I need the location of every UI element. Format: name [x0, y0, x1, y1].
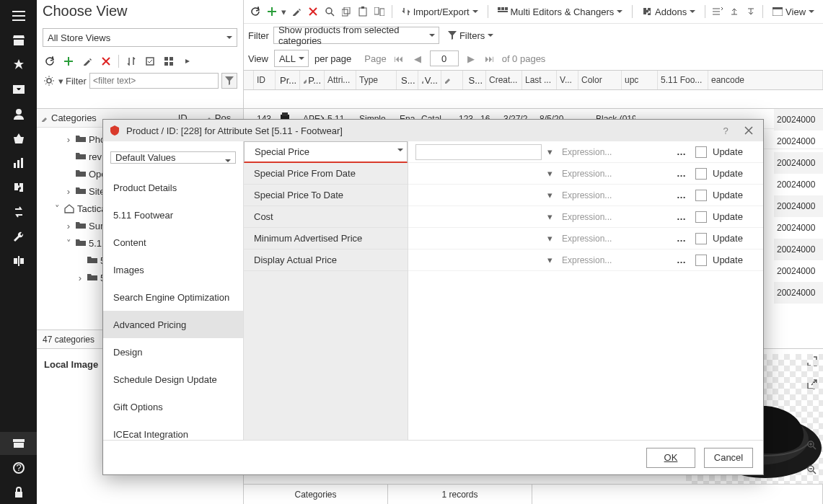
- refresh-icon[interactable]: [41, 53, 58, 70]
- value-dropdown-icon[interactable]: ▾: [547, 190, 556, 200]
- apply-checkbox[interactable]: [695, 190, 707, 201]
- copy-icon[interactable]: [340, 3, 353, 20]
- cancel-button[interactable]: Cancel: [704, 448, 753, 468]
- star-icon[interactable]: [0, 53, 37, 76]
- basket-icon[interactable]: [0, 127, 37, 150]
- attribute-item[interactable]: Display Actual Price: [244, 249, 408, 271]
- prev-page-icon[interactable]: ◀: [411, 52, 424, 65]
- update-link[interactable]: Update: [713, 233, 756, 244]
- user-icon[interactable]: [0, 102, 37, 125]
- apply-checkbox[interactable]: [695, 255, 707, 266]
- value-dropdown-icon[interactable]: ▾: [547, 168, 556, 179]
- zoom-out-icon[interactable]: [803, 461, 820, 478]
- value-dropdown-icon[interactable]: ▾: [547, 146, 556, 157]
- dialog-nav-item[interactable]: Content: [103, 229, 243, 256]
- dialog-nav-item[interactable]: Gift Options: [103, 393, 243, 420]
- dialog-nav-item[interactable]: Schedule Design Update: [103, 366, 243, 393]
- next-page-icon[interactable]: ▶: [465, 52, 477, 65]
- zoom-in-icon[interactable]: [803, 436, 820, 454]
- dialog-nav-item[interactable]: Search Engine Optimization: [103, 283, 243, 311]
- addons-btn[interactable]: Addons: [638, 3, 700, 20]
- attribute-item[interactable]: Special Price From Date: [244, 163, 408, 185]
- menu-icon[interactable]: [0, 4, 37, 27]
- col-id[interactable]: ID: [254, 71, 276, 89]
- wrench-icon[interactable]: [0, 225, 37, 248]
- transfer-icon[interactable]: [0, 200, 37, 224]
- funnel-icon[interactable]: [221, 73, 237, 89]
- more-icon[interactable]: …: [674, 211, 690, 222]
- dialog-nav-item[interactable]: Design: [103, 338, 243, 366]
- update-link[interactable]: Update: [713, 190, 756, 200]
- attribute-item[interactable]: Cost: [244, 206, 408, 228]
- update-link[interactable]: Update: [713, 211, 756, 222]
- value-input[interactable]: [415, 144, 542, 160]
- default-values-select[interactable]: Default Values: [110, 151, 236, 164]
- first-page-icon[interactable]: ⏮: [392, 52, 405, 65]
- ok-button[interactable]: OK: [646, 448, 695, 468]
- filter-input[interactable]: [89, 73, 219, 89]
- tool2-icon[interactable]: [727, 3, 741, 20]
- inbox-icon[interactable]: [0, 78, 37, 101]
- delete-icon[interactable]: [97, 53, 115, 70]
- store-icon[interactable]: [0, 29, 37, 52]
- page-number-input[interactable]: [430, 50, 459, 66]
- apply-checkbox[interactable]: [695, 168, 707, 180]
- more-icon[interactable]: …: [674, 190, 690, 200]
- view-all-select[interactable]: ALL: [274, 50, 309, 67]
- more-icon[interactable]: …: [674, 168, 690, 179]
- gear-icon[interactable]: [43, 74, 56, 87]
- filter-select[interactable]: Show products from selected categories: [273, 27, 439, 44]
- attribute-item[interactable]: Special Price To Date: [244, 185, 408, 206]
- expression-placeholder[interactable]: Expression...: [562, 255, 668, 265]
- sort-icon[interactable]: [123, 53, 140, 70]
- add-icon[interactable]: [60, 53, 77, 70]
- dialog-close-icon[interactable]: [740, 122, 757, 139]
- update-link[interactable]: Update: [713, 255, 756, 265]
- multi-editors-btn[interactable]: Multi Editors & Changers: [493, 3, 628, 20]
- search-grid-icon[interactable]: [322, 3, 336, 20]
- puzzle-icon[interactable]: [0, 176, 37, 199]
- tool1-icon[interactable]: [710, 3, 724, 20]
- more-icon[interactable]: …: [674, 146, 690, 157]
- store-view-select[interactable]: All Store Views: [43, 28, 237, 47]
- dialog-nav-item[interactable]: ICEcat Integration: [103, 420, 243, 440]
- more-icon[interactable]: …: [674, 255, 690, 265]
- update-link[interactable]: Update: [713, 168, 756, 179]
- attribute-item[interactable]: Special Price: [244, 141, 408, 163]
- chart-icon[interactable]: [0, 151, 37, 174]
- clone-icon[interactable]: [373, 3, 387, 20]
- archive-icon[interactable]: [0, 432, 37, 455]
- value-dropdown-icon[interactable]: ▾: [547, 233, 556, 244]
- edit-icon[interactable]: [79, 53, 96, 70]
- expression-placeholder[interactable]: Expression...: [562, 234, 668, 244]
- expression-placeholder[interactable]: Expression...: [562, 169, 668, 179]
- import-export-btn[interactable]: Import/Export: [397, 3, 483, 20]
- dialog-nav-item[interactable]: Images: [103, 256, 243, 283]
- paste-icon[interactable]: [356, 3, 370, 20]
- apply-checkbox[interactable]: [695, 146, 707, 158]
- edit-product-icon[interactable]: [289, 3, 303, 20]
- dialog-help-icon[interactable]: ?: [717, 122, 734, 139]
- expression-placeholder[interactable]: Expression...: [562, 147, 668, 157]
- add-product-icon[interactable]: [265, 3, 278, 20]
- dialog-nav-item[interactable]: Product Details: [103, 174, 243, 201]
- view-btn[interactable]: View: [768, 3, 819, 20]
- apply-checkbox[interactable]: [695, 211, 707, 223]
- expression-placeholder[interactable]: Expression...: [562, 212, 668, 222]
- value-dropdown-icon[interactable]: ▾: [547, 211, 556, 222]
- tool3-icon[interactable]: [744, 3, 757, 20]
- expression-placeholder[interactable]: Expression...: [562, 190, 668, 200]
- delete-product-icon[interactable]: [306, 3, 320, 20]
- more-icon[interactable]: [179, 53, 196, 70]
- value-dropdown-icon[interactable]: ▾: [547, 255, 556, 265]
- refresh-grid-icon[interactable]: [248, 3, 262, 20]
- filters-btn[interactable]: Filters: [444, 27, 498, 44]
- apply-checkbox[interactable]: [695, 233, 707, 244]
- compare-icon[interactable]: [0, 249, 37, 273]
- lock-icon[interactable]: [0, 481, 37, 504]
- attribute-item[interactable]: Minimum Advertised Price: [244, 228, 408, 249]
- more-icon[interactable]: …: [674, 233, 690, 244]
- grid-icon[interactable]: [160, 53, 177, 70]
- dialog-nav-item[interactable]: Advanced Pricing: [103, 311, 243, 338]
- help-icon[interactable]: ?: [0, 456, 37, 479]
